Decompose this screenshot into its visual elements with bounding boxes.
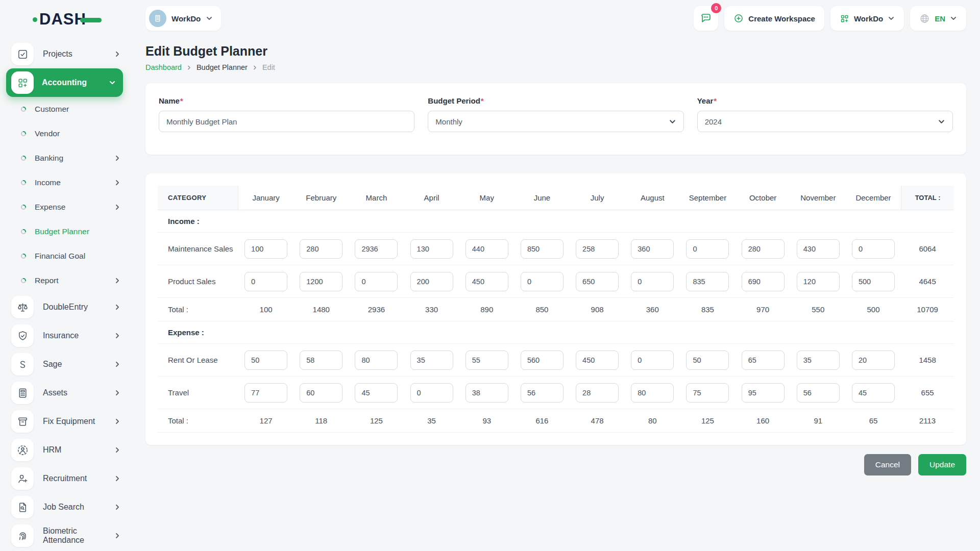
- form-actions: Cancel Update: [145, 454, 966, 475]
- month-value-cell: [514, 233, 570, 265]
- month-column-header: December: [846, 186, 901, 210]
- budget-value-input[interactable]: [300, 383, 342, 403]
- sidebar-item-hrm[interactable]: HRM: [0, 436, 130, 464]
- app-logo[interactable]: DASH: [0, 8, 130, 31]
- budget-value-input[interactable]: [244, 383, 287, 403]
- section-heading-row: Expense :: [158, 321, 954, 344]
- sidebar-item-banking[interactable]: Banking: [0, 146, 130, 170]
- budget-value-input[interactable]: [465, 239, 508, 259]
- budget-value-input[interactable]: [797, 383, 840, 403]
- budget-value-input[interactable]: [742, 350, 785, 370]
- budget-value-input[interactable]: [852, 350, 895, 370]
- budget-value-input[interactable]: [410, 383, 453, 403]
- month-value-cell: [293, 265, 349, 297]
- budget-value-input[interactable]: [742, 272, 785, 291]
- sidebar-item-projects[interactable]: Projects: [0, 40, 130, 68]
- budget-value-input[interactable]: [300, 350, 342, 370]
- budget-value-input[interactable]: [355, 239, 398, 259]
- sidebar-item-financial-goal[interactable]: Financial Goal: [0, 244, 130, 268]
- sidebar-item-income[interactable]: Income: [0, 170, 130, 195]
- sidebar-item-job-search[interactable]: Job Search: [0, 493, 130, 521]
- budget-value-input[interactable]: [742, 239, 785, 259]
- sidebar-item-doubleentry[interactable]: DoubleEntry: [0, 293, 130, 321]
- budget-value-input[interactable]: [244, 239, 287, 259]
- budget-value-input[interactable]: [852, 272, 895, 291]
- update-button[interactable]: Update: [918, 454, 966, 475]
- budget-value-input[interactable]: [410, 350, 453, 370]
- sidebar-item-recruitment[interactable]: Recruitment: [0, 464, 130, 493]
- sidebar-item-label: Biometric Attendance: [43, 527, 114, 545]
- month-value-cell: [349, 377, 404, 409]
- budget-value-input[interactable]: [244, 272, 287, 291]
- budget-value-input[interactable]: [686, 383, 729, 403]
- sidebar-item-budget-planner[interactable]: Budget Planner: [0, 219, 130, 244]
- messages-button[interactable]: 0: [694, 6, 718, 31]
- sidebar-item-customer[interactable]: Customer: [0, 97, 130, 121]
- budget-value-input[interactable]: [576, 239, 619, 259]
- create-workspace-label: Create Workspace: [748, 14, 815, 23]
- month-value-cell: [736, 344, 791, 376]
- breadcrumb-dashboard[interactable]: Dashboard: [145, 63, 182, 71]
- language-selector[interactable]: EN: [910, 6, 966, 31]
- sidebar-item-biometric-attendance[interactable]: Biometric Attendance: [0, 521, 130, 550]
- budget-value-input[interactable]: [465, 272, 508, 291]
- month-value-cell: [570, 377, 625, 409]
- workspace-switcher[interactable]: WorkDo: [145, 6, 221, 31]
- sidebar-item-expense[interactable]: Expense: [0, 195, 130, 219]
- breadcrumb-budget-planner[interactable]: Budget Planner: [197, 63, 248, 71]
- sidebar-item-report[interactable]: Report: [0, 268, 130, 293]
- sidebar-item-label: Insurance: [43, 331, 114, 340]
- sidebar-item-assets[interactable]: Assets: [0, 379, 130, 407]
- budget-value-input[interactable]: [576, 383, 619, 403]
- sidebar-item-fix-equipment[interactable]: Fix Equipment: [0, 407, 130, 436]
- budget-value-input[interactable]: [797, 272, 840, 291]
- budget-value-input[interactable]: [797, 239, 840, 259]
- cancel-button[interactable]: Cancel: [864, 454, 911, 475]
- budget-value-input[interactable]: [521, 272, 564, 291]
- sidebar-item-accounting[interactable]: Accounting: [6, 68, 123, 97]
- sidebar-item-label: Report: [35, 276, 114, 285]
- workdo-menu-button[interactable]: WorkDo: [830, 6, 904, 31]
- budget-value-input[interactable]: [631, 383, 674, 403]
- budget-value-input[interactable]: [852, 239, 895, 259]
- section-heading: Expense :: [158, 321, 238, 343]
- budget-value-input[interactable]: [410, 239, 453, 259]
- month-total-value: 1480: [293, 298, 349, 321]
- budget-period-select[interactable]: Monthly: [428, 111, 683, 132]
- budget-value-input[interactable]: [742, 383, 785, 403]
- budget-value-input[interactable]: [355, 272, 398, 291]
- budget-value-input[interactable]: [410, 272, 453, 291]
- budget-value-input[interactable]: [300, 239, 342, 259]
- chevron-right-icon: [114, 361, 121, 368]
- budget-value-input[interactable]: [355, 350, 398, 370]
- category-label: Maintenance Sales: [158, 233, 238, 265]
- budget-value-input[interactable]: [797, 350, 840, 370]
- month-value-cell: [514, 265, 570, 297]
- budget-value-input[interactable]: [521, 350, 564, 370]
- create-workspace-button[interactable]: Create Workspace: [724, 6, 824, 31]
- budget-value-input[interactable]: [465, 383, 508, 403]
- budget-value-input[interactable]: [852, 383, 895, 403]
- budget-value-input[interactable]: [686, 350, 729, 370]
- year-select[interactable]: 2024: [697, 111, 953, 132]
- sidebar-item-insurance[interactable]: Insurance: [0, 321, 130, 350]
- budget-value-input[interactable]: [355, 383, 398, 403]
- budget-value-input[interactable]: [465, 350, 508, 370]
- budget-value-input[interactable]: [521, 239, 564, 259]
- bullet-icon: [20, 253, 27, 259]
- budget-value-input[interactable]: [300, 272, 342, 291]
- budget-value-input[interactable]: [631, 239, 674, 259]
- budget-value-input[interactable]: [686, 272, 729, 291]
- logo-dash: [80, 18, 102, 22]
- budget-value-input[interactable]: [521, 383, 564, 403]
- budget-value-input[interactable]: [244, 350, 287, 370]
- budget-value-input[interactable]: [576, 272, 619, 291]
- sidebar-item-vendor[interactable]: Vendor: [0, 121, 130, 146]
- sidebar-item-sage[interactable]: Sage: [0, 350, 130, 379]
- name-input[interactable]: [159, 111, 414, 132]
- budget-value-input[interactable]: [631, 350, 674, 370]
- budget-value-input[interactable]: [686, 239, 729, 259]
- budget-value-input[interactable]: [576, 350, 619, 370]
- section-heading: Income :: [158, 210, 238, 232]
- budget-value-input[interactable]: [631, 272, 674, 291]
